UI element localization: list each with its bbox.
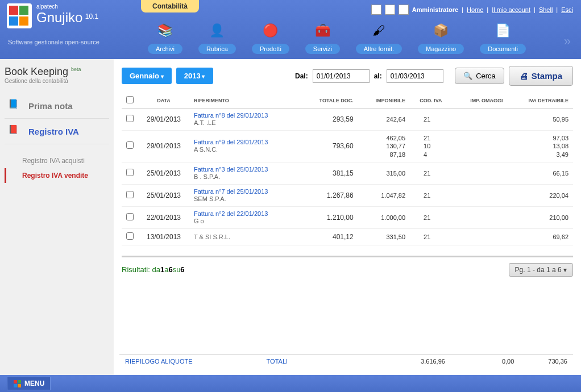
nav-prodotti[interactable]: 🔴Prodotti [252, 20, 289, 54]
gear-icon[interactable]: ⚙ [371, 5, 381, 15]
cell-imp: 1.047,82 [358, 184, 410, 206]
calendar-icon[interactable]: 12 [385, 5, 395, 15]
cell-tot: 381,15 [300, 162, 358, 184]
col-iva: IVA DETRAIBILE [508, 93, 573, 109]
cell-date: 25/01/2013 [138, 184, 189, 206]
filter-toolbar: Gennaio 2013 Dal: al: 🔍Cerca 🖨Stampa [122, 66, 573, 86]
cell-cod: 21 [410, 109, 452, 131]
cell-omag [452, 228, 508, 245]
invoice-link[interactable]: Fattura n°3 del 25/01/2013 [194, 166, 296, 173]
cell-imp: 331,50 [358, 228, 410, 245]
sidebar-item-prima-nota[interactable]: 📘 Prima nota [5, 93, 109, 119]
row-checkbox[interactable] [126, 115, 134, 122]
cell-imp: 1.000,00 [358, 206, 410, 228]
cell-tot: 793,60 [300, 131, 358, 162]
cell-omag [452, 184, 508, 206]
cell-date: 25/01/2013 [138, 162, 189, 184]
user-label: Amministratore [412, 6, 458, 13]
warehouse-icon: 📦 [431, 20, 451, 41]
year-select[interactable]: 2013 [176, 68, 213, 84]
footer-bar: MENU [0, 375, 581, 392]
logo-icon [7, 3, 32, 28]
col-codiva: COD. IVA [410, 93, 452, 109]
cell-date: 22/01/2013 [138, 206, 189, 228]
month-select[interactable]: Gennaio [122, 68, 172, 84]
print-button[interactable]: 🖨Stampa [509, 66, 573, 86]
table-row: 29/01/2013Fattura n°8 del 29/01/2013A.T.… [122, 109, 573, 131]
services-icon: 🧰 [312, 20, 333, 41]
app-header: alpatech Gnujiko 10.1 Software gestional… [0, 0, 581, 59]
printer-icon: 🖨 [520, 71, 528, 81]
from-label: Dal: [295, 72, 308, 80]
cell-tot: 1.267,86 [300, 184, 358, 206]
search-button[interactable]: 🔍Cerca [455, 68, 504, 84]
brand-tagline: Software gestionale open-source [8, 39, 99, 45]
row-checkbox[interactable] [126, 213, 134, 220]
nav-rubrica[interactable]: 👤Rubrica [198, 20, 236, 54]
cell-omag [452, 109, 508, 131]
menu-icon [13, 380, 21, 387]
top-links: ⚙ 12 ▭ Amministratore | Home | Il mio ac… [371, 5, 573, 15]
row-checkbox[interactable] [126, 169, 134, 176]
module-title: Book Keeping [5, 66, 68, 77]
cell-date: 13/01/2013 [138, 228, 189, 245]
cell-cod: 21104 [410, 131, 452, 162]
contacts-icon: 👤 [207, 20, 227, 41]
sidebar-item-registro-iva[interactable]: 📕 Registro IVA [5, 119, 109, 144]
module-tab[interactable]: Contabilità [141, 0, 199, 12]
supplies-icon: 🖌 [368, 20, 389, 41]
summary-label: RIEPILOGO ALIQUOTE [125, 358, 193, 365]
invoice-link[interactable]: Fattura n°8 del 29/01/2013 [194, 112, 296, 119]
monitor-icon[interactable]: ▭ [399, 5, 409, 15]
nav-archivi[interactable]: 📚Archivi [148, 20, 182, 54]
cell-ref: Fattura n°8 del 29/01/2013A.T. .LE [189, 109, 300, 131]
cell-ref: Fattura n°3 del 25/01/2013B . S.P.A. [189, 162, 300, 184]
invoice-link[interactable]: Fattura n°2 del 22/01/2013 [194, 210, 296, 217]
subitem-iva-vendite[interactable]: Registro IVA vendite [5, 168, 109, 183]
col-data: DATA [138, 93, 189, 109]
date-to-input[interactable] [387, 69, 443, 83]
cell-iva: 66,15 [508, 162, 573, 184]
main-nav: 📚Archivi 👤Rubrica 🔴Prodotti 🧰Servizi 🖌Al… [148, 20, 526, 54]
footer-menu-button[interactable]: MENU [7, 377, 51, 390]
nav-fornit[interactable]: 🖌Altre fornit. [356, 20, 402, 54]
cell-iva: 69,62 [508, 228, 573, 245]
results-bar: Risultati: da 1 a 6 su 6 Pg. 1 - da 1 a … [122, 256, 573, 277]
link-home[interactable]: Home [467, 6, 483, 13]
module-badge: beta [71, 66, 81, 72]
cell-ref: Fattura n°2 del 22/01/2013G o [189, 206, 300, 228]
nav-more-icon[interactable]: » [564, 34, 571, 49]
pager-select[interactable]: Pg. 1 - da 1 a 6 ▾ [509, 263, 573, 277]
table-row: 29/01/2013Fattura n°9 del 29/01/2013A S.… [122, 131, 573, 162]
cell-omag [452, 206, 508, 228]
row-checkbox[interactable] [126, 141, 134, 149]
cell-ref: T & SI S.R.L. [189, 228, 300, 245]
cell-date: 29/01/2013 [138, 131, 189, 162]
nav-servizi[interactable]: 🧰Servizi [305, 20, 340, 54]
link-exit[interactable]: Esci [561, 6, 573, 13]
nav-magazzino[interactable]: 📦Magazzino [418, 20, 464, 54]
col-totale: TOTALE DOC. [300, 93, 358, 109]
table-row: 25/01/2013Fattura n°3 del 25/01/2013B . … [122, 162, 573, 184]
cell-iva: 220,04 [508, 184, 573, 206]
nav-documenti[interactable]: 📄Documenti [480, 20, 526, 54]
brand-name: Gnujiko [36, 10, 82, 25]
select-all-checkbox[interactable] [126, 96, 134, 103]
cell-imp: 242,64 [358, 109, 410, 131]
link-account[interactable]: Il mio account [492, 6, 530, 13]
row-checkbox[interactable] [126, 232, 134, 240]
invoice-link[interactable]: Fattura n°9 del 29/01/2013 [194, 139, 296, 145]
row-checkbox[interactable] [126, 191, 134, 198]
cell-ref: Fattura n°9 del 29/01/2013A S.N.C. [189, 131, 300, 162]
cell-iva: 50,95 [508, 109, 573, 131]
date-from-input[interactable] [313, 69, 370, 83]
col-imponibile: IMPONIBILE [358, 93, 410, 109]
invoice-link[interactable]: Fattura n°7 del 25/01/2013 [194, 188, 296, 195]
cell-imp: 462,05130,7787,18 [358, 131, 410, 162]
subitem-iva-acquisti[interactable]: Registro IVA acquisti [5, 153, 109, 168]
cell-imp: 315,00 [358, 162, 410, 184]
entries-table: DATA RIFERIMENTO TOTALE DOC. IMPONIBILE … [122, 93, 573, 245]
cell-tot: 293,59 [300, 109, 358, 131]
link-shell[interactable]: Shell [539, 6, 553, 13]
ledger-icon: 📘 [8, 99, 24, 112]
